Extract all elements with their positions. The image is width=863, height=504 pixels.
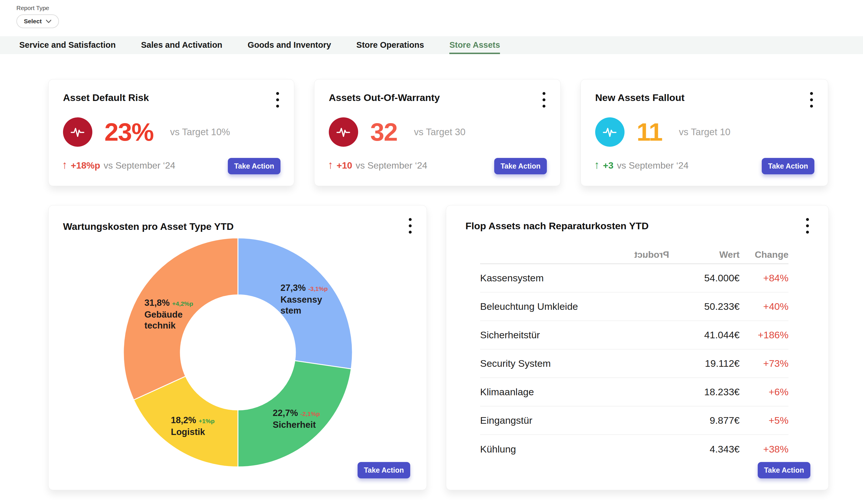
tab-bar: Service and Satisfaction Sales and Activ… (0, 36, 863, 54)
segment-pct: 31,8% (145, 298, 170, 308)
cell-product: Sicherheitstür (480, 329, 669, 341)
cell-change: +5% (740, 415, 788, 426)
cell-product: Beleuchtung Umkleide (480, 301, 669, 312)
segment-pct: 18,2% (171, 415, 196, 425)
kebab-menu-icon[interactable] (804, 216, 811, 235)
segment-name: Sicherheit (273, 419, 320, 430)
flop-assets-table: Product Wert Change Kassensystem 54.000€… (480, 246, 788, 464)
tab-sales-and-activation[interactable]: Sales and Activation (141, 36, 222, 54)
cell-product: Security System (480, 358, 669, 369)
table-row: Kühlung 4.343€ +38% (480, 435, 788, 464)
kpi-target: vs Target 10% (170, 127, 230, 138)
cell-product: Eingangstür (480, 415, 669, 426)
segment-pct: 22,7% (273, 408, 298, 418)
kpi-main: 23% vs Target 10% (63, 117, 230, 147)
segment-delta: +1%p (199, 418, 215, 424)
kpi-target: vs Target 30 (414, 127, 465, 138)
kpi-title: Asset Default Risk (63, 92, 149, 103)
cell-product: Kassensystem (480, 273, 669, 284)
cell-change: +38% (740, 444, 788, 455)
kpi-main: 11 vs Target 10 (595, 117, 730, 147)
cell-wert: 4.343€ (669, 444, 740, 455)
cell-change: +40% (740, 301, 788, 312)
table-title: Flop Assets nach Reparaturkosten YTD (465, 220, 649, 231)
kpi-change-row: +18%p vs September ‘24 (62, 160, 175, 171)
cell-wert: 18.233€ (669, 386, 740, 398)
report-type-select[interactable]: Select (16, 14, 59, 28)
take-action-button[interactable]: Take Action (762, 158, 814, 174)
cell-wert: 50.233€ (669, 301, 740, 312)
cell-change: +186% (740, 329, 788, 341)
tab-goods-and-inventory[interactable]: Goods and Inventory (248, 36, 331, 54)
maintenance-cost-donut-card: Wartungskosten pro Asset Type YTD 27,3% … (48, 205, 427, 490)
report-type-label: Report Type (16, 4, 59, 12)
column-header-wert: Wert (669, 249, 740, 260)
kpi-card-asset-default-risk: Asset Default Risk 23% vs Target 10% +18… (48, 79, 294, 186)
tab-service-and-satisfaction[interactable]: Service and Satisfaction (19, 36, 116, 54)
kpi-value: 23% (104, 117, 153, 147)
segment-label-logistik: 18,2% +1%p Logistik (171, 415, 215, 438)
segment-pct: 27,3% (280, 283, 306, 293)
cell-change: +84% (740, 273, 788, 284)
cell-product: Klimaanlage (480, 386, 669, 398)
cell-wert: 19.112€ (669, 358, 740, 369)
take-action-button[interactable]: Take Action (358, 462, 410, 478)
segment-label-gebaeudetechnik: 31,8% +4,2%p Gebäudetechnik (145, 298, 193, 331)
tab-store-assets[interactable]: Store Assets (449, 36, 500, 54)
kpi-title: New Assets Fallout (595, 92, 684, 103)
kebab-menu-icon[interactable] (541, 90, 547, 109)
kebab-menu-icon[interactable] (274, 90, 281, 109)
up-arrow-icon (62, 160, 67, 171)
kpi-change-period: vs September ‘24 (617, 160, 688, 171)
take-action-button[interactable]: Take Action (758, 462, 810, 478)
table-row: Beleuchtung Umkleide 50.233€ +40% (480, 292, 788, 321)
donut-chart (123, 237, 353, 467)
tab-store-operations[interactable]: Store Operations (357, 36, 424, 54)
segment-delta: -3,1%p (308, 285, 328, 292)
segment-name: Gebäudetechnik (145, 309, 185, 331)
column-header-product: Product (480, 249, 669, 260)
take-action-button[interactable]: Take Action (494, 158, 547, 174)
kpi-value: 32 (370, 117, 397, 147)
cell-wert: 9.877€ (669, 415, 740, 426)
table-header-row: Product Wert Change (480, 246, 788, 264)
segment-name: Logistik (171, 427, 215, 438)
cell-change: +6% (740, 386, 788, 398)
kpi-change: +18%p (71, 160, 100, 171)
kpi-card-assets-out-of-warranty: Assets Out-Of-Warranty 32 vs Target 30 +… (314, 79, 561, 186)
table-body: Kassensystem 54.000€ +84% Beleuchtung Um… (480, 264, 788, 464)
kpi-main: 32 vs Target 30 (329, 117, 465, 147)
up-arrow-icon (594, 160, 600, 171)
segment-label-kassensystem: 27,3% -3,1%p Kassensystem (280, 282, 328, 316)
kpi-change-period: vs September ‘24 (355, 160, 427, 171)
take-action-button[interactable]: Take Action (228, 158, 280, 174)
report-type-area: Report Type Select (16, 4, 59, 28)
kpi-change: +10 (337, 160, 352, 171)
pulse-icon (329, 117, 358, 147)
cell-product: Kühlung (480, 444, 669, 455)
table-row: Security System 19.112€ +73% (480, 350, 788, 378)
segment-name: Kassensystem (280, 294, 326, 316)
cell-change: +73% (740, 358, 788, 369)
flop-assets-table-card: Flop Assets nach Reparaturkosten YTD Pro… (446, 205, 829, 490)
cell-wert: 41.044€ (669, 329, 740, 341)
table-row: Klimaanlage 18.233€ +6% (480, 378, 788, 406)
report-type-select-value: Select (24, 18, 42, 25)
kpi-target: vs Target 10 (679, 127, 730, 138)
kpi-card-new-assets-fallout: New Assets Fallout 11 vs Target 10 +3 vs… (580, 79, 828, 186)
kebab-menu-icon[interactable] (407, 216, 413, 235)
table-row: Kassensystem 54.000€ +84% (480, 264, 788, 292)
pulse-icon (595, 117, 625, 147)
cell-wert: 54.000€ (669, 273, 740, 284)
segment-label-sicherheit: 22,7% -2,1%p Sicherheit (273, 408, 320, 430)
chevron-down-icon (46, 20, 51, 23)
up-arrow-icon (328, 160, 333, 171)
segment-delta: +4,2%p (172, 300, 193, 307)
table-row: Sicherheitstür 41.044€ +186% (480, 321, 788, 350)
kpi-change: +3 (603, 160, 613, 171)
column-header-change: Change (740, 249, 788, 260)
kpi-change-row: +10 vs September ‘24 (328, 160, 427, 171)
kpi-change-period: vs September ‘24 (103, 160, 175, 171)
pulse-icon (63, 117, 92, 147)
kebab-menu-icon[interactable] (808, 90, 815, 109)
